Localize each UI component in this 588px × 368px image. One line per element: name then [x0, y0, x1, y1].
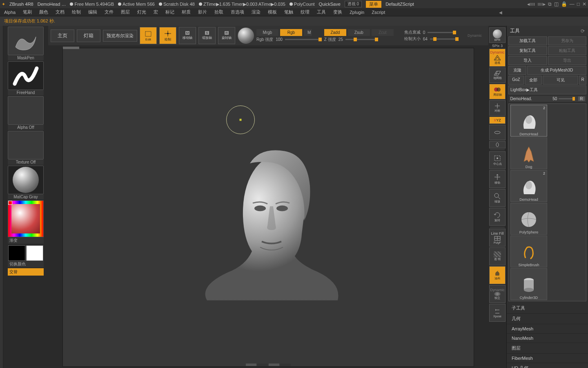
close-icon[interactable]: ✕ [582, 1, 586, 7]
menu-绘制[interactable]: 绘制 [72, 9, 81, 15]
brush-tile[interactable]: MaskPen [8, 27, 44, 61]
load-tool-button[interactable]: 加载工具 [508, 36, 547, 45]
goz-button[interactable]: GoZ [508, 76, 524, 85]
section-图层[interactable]: 图层 [507, 343, 588, 354]
frame-button[interactable]: 中心点 [489, 151, 506, 169]
zoom-view-button[interactable]: 缩放 [489, 189, 506, 207]
import-button[interactable]: 导入 [508, 56, 547, 65]
section-NanoMesh[interactable]: NanoMesh [507, 334, 588, 343]
focal-shift-slider[interactable]: 焦点衰减 0 [404, 29, 459, 35]
menu-材质[interactable]: 材质 [182, 9, 191, 15]
copy-icon[interactable]: ⧉ [548, 1, 552, 7]
panel-collapse-icon[interactable] [499, 10, 507, 15]
floor-grid-button[interactable]: 地网格 [489, 67, 506, 83]
tool-panel-header[interactable]: 工具⟳ [507, 26, 588, 36]
bpr-preview-button[interactable]: 预览布尔渲染 [103, 30, 137, 42]
tool-item-dog[interactable]: Dog [510, 137, 547, 169]
menu-宏[interactable]: 宏 [154, 9, 158, 15]
alternate-button[interactable]: 交替 [8, 268, 44, 276]
stroke-tile[interactable]: FreeHand [8, 61, 44, 95]
alpha-tile[interactable]: Alpha Off [8, 96, 44, 130]
minimize-icon[interactable]: — [570, 1, 575, 7]
rgb-intensity-slider[interactable]: Rgb 强度 100 [256, 37, 322, 43]
menu-标记[interactable]: 标记 [165, 9, 174, 15]
section-FiberMesh[interactable]: FiberMesh [507, 354, 588, 363]
menu-拾取[interactable]: 拾取 [214, 9, 223, 15]
export-button[interactable]: 导出 [548, 56, 587, 65]
zsub-button[interactable]: Zsub [348, 29, 370, 36]
dock-icon[interactable]: ◫ [554, 1, 559, 7]
section-子工具[interactable]: 子工具 [507, 303, 588, 314]
draw-size-slider[interactable]: 绘制大小 64 [404, 36, 459, 42]
z-intensity-slider[interactable]: Z 强度 25 [324, 37, 394, 43]
menu-笔触[interactable]: 笔触 [284, 9, 293, 15]
scale-gizmo-button[interactable]: S缩放轴 [198, 27, 216, 44]
lightbox-tool-button[interactable]: LightBox▶工具 [508, 85, 586, 94]
rotate-gizmo-button[interactable]: R旋转轴 [218, 27, 235, 44]
texture-tile[interactable]: Texture Off [8, 131, 44, 165]
symmetry-button[interactable]: 对称 [489, 100, 506, 116]
xyz-button[interactable]: XYZ [489, 117, 506, 124]
home-button[interactable]: 主页 [51, 29, 74, 42]
menu-alpha[interactable]: Alpha [4, 10, 16, 15]
seek-back-icon[interactable]: ◂ıııı [527, 1, 535, 7]
rgb-button[interactable]: Rgb [280, 29, 302, 36]
mrgb-button[interactable]: Mrgb [256, 29, 278, 36]
left-dock-handle[interactable] [0, 26, 3, 368]
current-material-icon[interactable] [238, 27, 254, 44]
clone-button[interactable]: 克隆 [508, 66, 526, 75]
swatch-secondary[interactable] [26, 245, 43, 261]
edit-button[interactable]: Edit [140, 27, 157, 44]
menu-模板[interactable]: 模板 [268, 9, 277, 15]
timeline-scrub[interactable] [246, 364, 291, 366]
menu-文件[interactable]: 文件 [105, 9, 114, 15]
menu-影片[interactable]: 影片 [198, 9, 207, 15]
color-swatches[interactable] [8, 245, 43, 261]
zadd-button[interactable]: Zadd [324, 29, 346, 36]
menu-button[interactable]: 菜单 [366, 1, 381, 8]
menu-工具[interactable]: 工具 [317, 9, 326, 15]
menu-变换[interactable]: 变换 [333, 9, 342, 15]
menu-文档[interactable]: 文档 [56, 9, 65, 15]
perspective-field[interactable]: 透视 0 [345, 1, 362, 7]
move-gizmo-button[interactable]: M移动轴 [179, 27, 196, 44]
menu-纹理[interactable]: 纹理 [301, 9, 310, 15]
section-HD 几何[interactable]: HD 几何 [507, 363, 588, 368]
menu-编辑[interactable]: 编辑 [88, 9, 97, 15]
goz-all-button[interactable]: 全部 [525, 76, 542, 85]
tool-item-demohead[interactable]: 2DemoHead [510, 105, 547, 137]
menu-渲染[interactable]: 渲染 [252, 9, 261, 15]
rot-y-button[interactable] [489, 125, 506, 140]
polyframe-button[interactable]: Line FillPolyF [489, 229, 506, 247]
dynamic-toggle[interactable]: Dynamic [468, 34, 482, 38]
move-view-button[interactable]: 移动 [489, 170, 506, 188]
saveas-tool-button[interactable]: 另存为 [548, 36, 587, 45]
menu-笔刷[interactable]: 笔刷 [23, 9, 32, 15]
zcut-button[interactable]: Zcut [372, 29, 394, 36]
solo-button[interactable]: Dynamic独立 [489, 285, 506, 303]
draw-button[interactable]: 绘制 [159, 27, 176, 44]
seek-fwd-icon[interactable]: ıııı▸ [537, 1, 545, 7]
spix-label[interactable]: SPix 3 [492, 44, 503, 48]
copy-tool-button[interactable]: 复制工具 [508, 46, 547, 55]
material-tile[interactable]: MatCap Gray [8, 166, 44, 200]
swatch-main[interactable] [8, 245, 25, 261]
xpose-button[interactable]: Xpose [489, 304, 506, 322]
section-几何[interactable]: 几何 [507, 314, 588, 324]
menu-zplugin[interactable]: Zplugin [350, 10, 364, 15]
refresh-icon[interactable]: ⟳ [581, 28, 585, 34]
quicksave[interactable]: QuickSave [319, 2, 341, 7]
goz-visible-button[interactable]: 可见 [543, 76, 578, 85]
goz-r-button[interactable]: R [579, 76, 586, 85]
menu-颜色[interactable]: 颜色 [39, 9, 48, 15]
rot-z-button[interactable] [489, 141, 506, 148]
viewport-drag-handle[interactable] [63, 47, 79, 49]
maximize-icon[interactable]: □ [577, 1, 580, 7]
menu-灯光[interactable]: 灯光 [137, 9, 146, 15]
color-picker[interactable] [8, 200, 44, 237]
local-sym-button[interactable]: 局部轴 [489, 84, 506, 99]
switch-color-label[interactable]: 切换颜色 [8, 261, 44, 267]
rotate-view-button[interactable]: 旋转 [489, 208, 506, 226]
reset-tool-button[interactable]: R [578, 96, 584, 101]
m-button[interactable]: M [304, 29, 312, 36]
